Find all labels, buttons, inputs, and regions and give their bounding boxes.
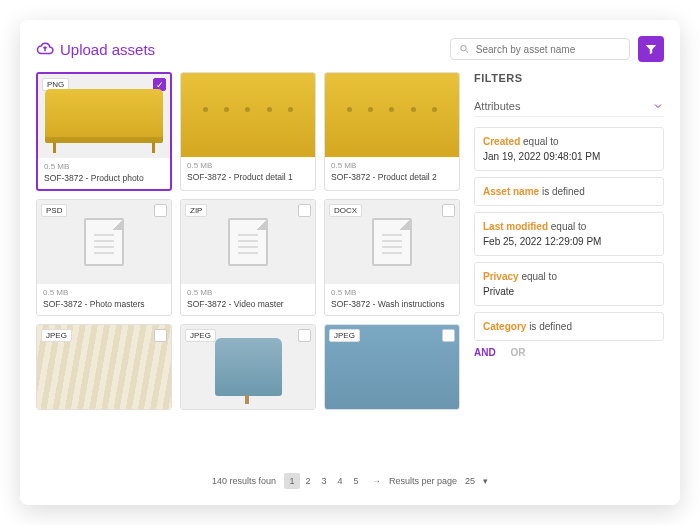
asset-meta: 0.5 MBSOF-3872 - Product photo: [38, 158, 170, 189]
asset-card[interactable]: JPEG: [36, 324, 172, 410]
select-checkbox[interactable]: [298, 329, 311, 342]
asset-thumbnail: PSD: [37, 200, 171, 284]
asset-card[interactable]: PNG0.5 MBSOF-3872 - Product detail 1: [180, 72, 316, 191]
rule-key: Category: [483, 321, 526, 332]
asset-card[interactable]: JPEG: [324, 324, 460, 410]
page-number[interactable]: 4: [332, 473, 348, 489]
asset-card[interactable]: ZIP0.5 MBSOF-3872 - Video master: [180, 199, 316, 316]
filters-heading: FILTERS: [474, 72, 664, 84]
format-badge: DOCX: [329, 204, 362, 217]
asset-meta: 0.5 MBSOF-3872 - Wash instructions: [325, 284, 459, 315]
rule-key: Asset name: [483, 186, 539, 197]
asset-meta: 0.5 MBSOF-3872 - Product detail 2: [325, 157, 459, 188]
asset-card[interactable]: DOCX0.5 MBSOF-3872 - Wash instructions: [324, 199, 460, 316]
rule-operator: equal to: [521, 271, 557, 282]
asset-thumbnail: DOCX: [325, 200, 459, 284]
rule-operator: equal to: [551, 221, 587, 232]
cloud-upload-icon: [36, 40, 54, 58]
filter-rule[interactable]: Privacy equal toPrivate: [474, 262, 664, 306]
rule-key: Privacy: [483, 271, 519, 282]
format-badge: ZIP: [185, 204, 207, 217]
asset-thumbnail: JPEG: [181, 325, 315, 409]
asset-title: SOF-3872 - Product photo: [44, 173, 164, 183]
format-badge: JPEG: [185, 329, 216, 342]
asset-thumbnail: PNG: [325, 73, 459, 157]
upload-label: Upload assets: [60, 41, 155, 58]
format-badge: JPEG: [329, 329, 360, 342]
top-right-controls: [450, 36, 664, 62]
select-checkbox[interactable]: [154, 329, 167, 342]
asset-thumbnail: JPEG: [37, 325, 171, 409]
filter-rule[interactable]: Category is defined: [474, 312, 664, 341]
search-input-wrapper[interactable]: [450, 38, 630, 60]
rule-value: Private: [483, 284, 655, 299]
asset-title: SOF-3872 - Wash instructions: [331, 299, 453, 309]
attributes-toggle[interactable]: Attributes: [474, 96, 664, 117]
asset-size: 0.5 MB: [43, 288, 165, 297]
asset-meta: 0.5 MBSOF-3872 - Video master: [181, 284, 315, 315]
asset-size: 0.5 MB: [331, 288, 453, 297]
search-icon: [459, 43, 470, 55]
asset-size: 0.5 MB: [187, 161, 309, 170]
asset-title: SOF-3872 - Video master: [187, 299, 309, 309]
format-badge: PSD: [41, 204, 67, 217]
asset-thumbnail: ZIP: [181, 200, 315, 284]
asset-size: 0.5 MB: [187, 288, 309, 297]
asset-thumbnail: PNG: [38, 74, 170, 158]
page-list: 12345: [284, 473, 364, 489]
pagination: 140 results foun 12345 → Results per pag…: [36, 465, 664, 489]
rule-key: Last modified: [483, 221, 548, 232]
filters-panel: FILTERS Attributes Created equal toJan 1…: [474, 72, 664, 465]
filter-rule[interactable]: Asset name is defined: [474, 177, 664, 206]
select-checkbox[interactable]: [442, 204, 455, 217]
rule-operator: is defined: [529, 321, 572, 332]
per-page-chevron-icon: ▾: [483, 476, 488, 486]
page-number[interactable]: 3: [316, 473, 332, 489]
chevron-down-icon: [652, 100, 664, 112]
rule-operator: is defined: [542, 186, 585, 197]
asset-thumbnail: JPEG: [325, 325, 459, 409]
page-number[interactable]: 2: [300, 473, 316, 489]
main-content: PNG0.5 MBSOF-3872 - Product photoPNG0.5 …: [36, 72, 664, 465]
per-page-label: Results per page: [389, 476, 457, 486]
asset-size: 0.5 MB: [331, 161, 453, 170]
logic-operators: AND OR: [474, 347, 664, 358]
filter-rules-list: Created equal toJan 19, 2022 09:48:01 PM…: [474, 127, 664, 341]
per-page-value[interactable]: 25: [465, 476, 475, 486]
asset-card[interactable]: JPEG: [180, 324, 316, 410]
next-page-arrow[interactable]: →: [372, 476, 381, 486]
attributes-label: Attributes: [474, 100, 520, 112]
logic-and[interactable]: AND: [474, 347, 496, 358]
rule-value: Feb 25, 2022 12:29:09 PM: [483, 234, 655, 249]
asset-size: 0.5 MB: [44, 162, 164, 171]
logic-or[interactable]: OR: [510, 347, 525, 358]
asset-card[interactable]: PSD0.5 MBSOF-3872 - Photo masters: [36, 199, 172, 316]
filter-icon: [644, 42, 658, 56]
asset-card[interactable]: PNG0.5 MBSOF-3872 - Product photo: [36, 72, 172, 191]
search-input[interactable]: [476, 44, 621, 55]
upload-assets-button[interactable]: Upload assets: [36, 40, 155, 58]
app-window: Upload assets PNG0.5 MBSOF-3872 - Produc…: [20, 20, 680, 505]
asset-meta: 0.5 MBSOF-3872 - Product detail 1: [181, 157, 315, 188]
filter-rule[interactable]: Created equal toJan 19, 2022 09:48:01 PM: [474, 127, 664, 171]
select-checkbox[interactable]: [154, 204, 167, 217]
filter-button[interactable]: [638, 36, 664, 62]
filter-rule[interactable]: Last modified equal toFeb 25, 2022 12:29…: [474, 212, 664, 256]
asset-thumbnail: PNG: [181, 73, 315, 157]
page-number[interactable]: 5: [348, 473, 364, 489]
select-checkbox[interactable]: [442, 329, 455, 342]
rule-value: Jan 19, 2022 09:48:01 PM: [483, 149, 655, 164]
rule-key: Created: [483, 136, 520, 147]
topbar: Upload assets: [36, 36, 664, 62]
asset-title: SOF-3872 - Product detail 1: [187, 172, 309, 182]
results-count: 140 results foun: [212, 476, 276, 486]
format-badge: JPEG: [41, 329, 72, 342]
asset-grid: PNG0.5 MBSOF-3872 - Product photoPNG0.5 …: [36, 72, 460, 465]
svg-point-0: [461, 45, 466, 50]
asset-title: SOF-3872 - Photo masters: [43, 299, 165, 309]
asset-title: SOF-3872 - Product detail 2: [331, 172, 453, 182]
select-checkbox[interactable]: [298, 204, 311, 217]
asset-meta: 0.5 MBSOF-3872 - Photo masters: [37, 284, 171, 315]
asset-card[interactable]: PNG0.5 MBSOF-3872 - Product detail 2: [324, 72, 460, 191]
page-number[interactable]: 1: [284, 473, 300, 489]
